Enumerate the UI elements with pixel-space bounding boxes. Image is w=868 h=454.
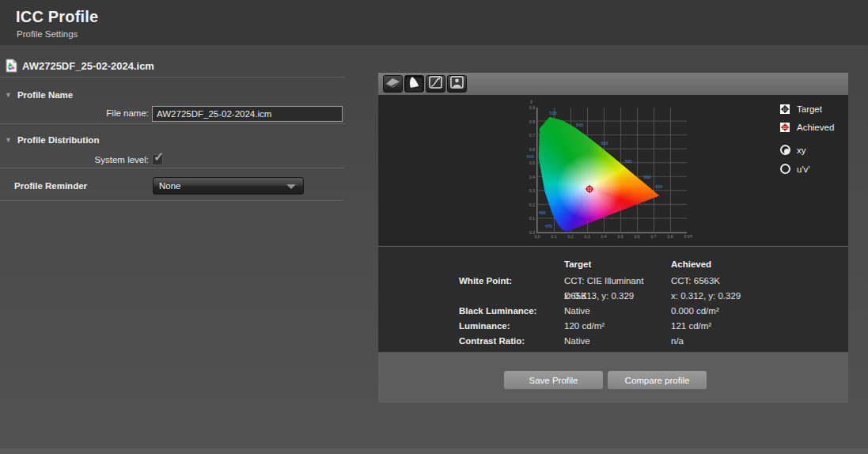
divider [0,77,345,78]
y-tick-label: 0.7 [529,133,535,138]
x-axis-label: x [690,233,692,238]
column-header-target: Target [564,257,669,272]
image-preview-icon [450,76,464,92]
y-tick-label: 0.5 [529,161,535,165]
y-tick-label: 0.0 [529,230,535,235]
x-tick-label: 0.9 [684,234,690,239]
gamut-3d-icon [385,77,400,92]
radio-uv-label: u'v' [797,165,810,174]
y-tick-label: 0.4 [529,175,535,180]
file-name-input[interactable] [152,106,343,122]
profile-viewer-panel: y x 0.00.10.20.30.40.50.60.70.80.90.00.1… [378,73,848,403]
page-title: ICC Profile [16,8,98,26]
checkmark-icon: ✓ [154,149,164,165]
wavelength-label: 580 [624,159,631,164]
gamut-2d-icon [408,76,421,92]
x-tick-label: 0.7 [651,234,657,239]
x-tick-label: 0.8 [668,234,673,239]
icc-profile-document-icon [6,59,18,76]
legend-target-label: Target [797,104,822,114]
comparison-table: Target Achieved White Point: CCT: CIE Il… [378,247,848,352]
divider [0,200,345,201]
wavelength-label: 600 [643,175,650,180]
radio-uv[interactable]: u'v' [780,162,847,176]
chart-legend: Target Achieved xy [780,96,847,176]
radio-button-icon [780,145,790,155]
y-tick-label: 0.1 [529,216,535,221]
legend-achieved-label: Achieved [797,123,834,132]
system-level-label: System level: [54,155,149,165]
viewer-toolbar [378,73,848,95]
bottom-edge-bar [0,448,868,454]
legend-target: Target [780,103,847,115]
icc-profile-window: ICC Profile Profile Settings AW2725DF_25… [0,0,868,454]
y-tick-label: 0.8 [529,119,535,124]
table-row: Black Luminance: Native 0.000 cd/m² [378,304,848,319]
table-row: x: 0.313, y: 0.329 x: 0.312, y: 0.329 [378,289,848,304]
gamut-3d-button[interactable] [383,75,403,93]
y-tick-label: 0.2 [529,202,535,207]
chromaticity-chart-zone: y x 0.00.10.20.30.40.50.60.70.80.90.00.1… [378,95,848,246]
table-row: White Point: CCT: CIE Illuminant D65K CC… [378,274,848,289]
collapse-triangle-icon: ▼ [5,136,12,144]
page-subtitle: Profile Settings [17,29,78,39]
section-heading: Profile Distribution [17,135,100,145]
wavelength-label: 480 [539,210,546,215]
y-tick-label: 0.3 [529,188,535,193]
y-axis-label: y [530,99,533,104]
divider [0,168,345,168]
x-tick-label: 0.1 [552,234,557,239]
wavelength-label: 540 [576,123,583,127]
tone-curve-icon [429,76,442,92]
x-tick-label: 0.3 [585,234,590,239]
table-row: Contrast Ratio: Native n/a [378,334,848,349]
compare-profile-button[interactable]: Compare profile [608,371,707,389]
x-tick-label: 0.5 [618,234,624,239]
y-tick-label: 0.9 [529,105,535,110]
y-tick-label: 0.6 [529,147,535,152]
dropdown-selected-value: None [159,181,181,191]
section-profile-distribution[interactable]: ▼Profile Distribution [5,135,99,145]
chromaticity-plot: y x 0.00.10.20.30.40.50.60.70.80.90.00.1… [536,108,687,233]
x-tick-label: 0.4 [601,234,607,239]
file-name-label: File name: [54,108,149,118]
collapse-triangle-icon: ▼ [5,91,12,99]
divider [0,123,345,124]
x-tick-label: 0.0 [535,234,540,239]
gamut-2d-button[interactable] [404,75,424,93]
section-profile-name[interactable]: ▼Profile Name [5,90,73,100]
wavelength-label: 520 [549,111,556,115]
table-row: Luminance: 120 cd/m² 121 cd/m² [378,319,848,334]
profile-file-title: AW2725DF_25-02-2024.icm [22,60,154,72]
target-marker-icon [780,104,790,114]
chevron-down-icon [286,184,296,189]
profile-reminder-label: Profile Reminder [14,181,87,191]
x-tick-label: 0.6 [635,234,640,239]
wavelength-label: 620 [655,184,662,189]
wavelength-label: 560 [601,141,608,146]
radio-button-icon [780,164,790,174]
section-heading: Profile Name [17,90,73,100]
radio-xy[interactable]: xy [780,143,847,157]
achieved-marker-icon [780,123,790,132]
profile-reminder-dropdown[interactable]: None [153,177,304,195]
save-profile-button[interactable]: Save Profile [504,371,603,389]
x-tick-label: 0.2 [568,234,574,239]
actions-bar: Save Profile Compare profile [378,352,848,403]
spectral-locus-gamut [537,108,687,233]
achieved-white-point-marker [585,183,593,191]
legend-achieved: Achieved [780,121,847,133]
wavelength-label: 470 [545,224,552,229]
column-header-achieved: Achieved [671,257,813,272]
wavelength-label: 500 [527,154,534,159]
radio-xy-label: xy [797,146,806,155]
tone-curve-button[interactable] [426,75,445,93]
image-preview-button[interactable] [447,75,467,93]
system-level-checkbox[interactable]: ✓ [152,154,163,165]
header-bar: ICC Profile Profile Settings [0,0,868,45]
